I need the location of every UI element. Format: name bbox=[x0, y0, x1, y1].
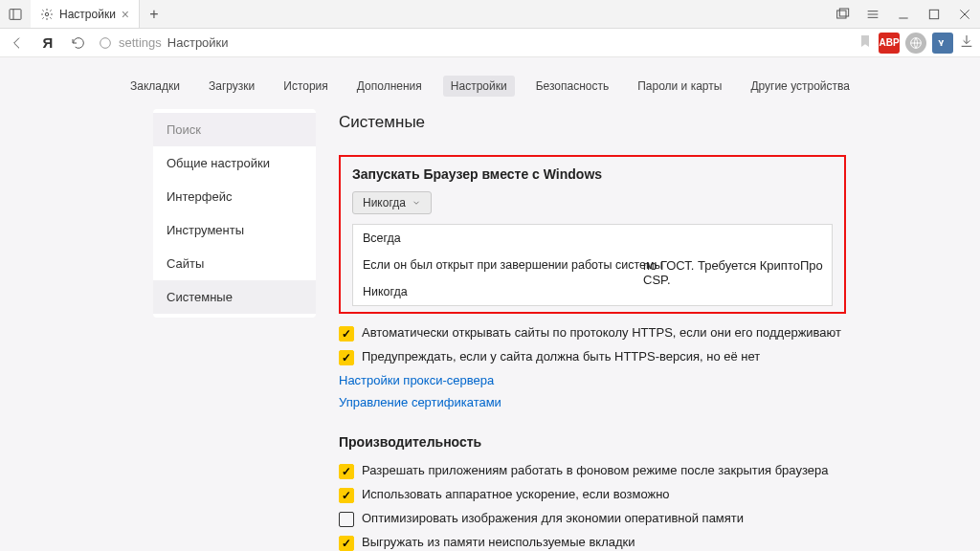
nav-bookmarks[interactable]: Закладки bbox=[122, 76, 188, 97]
checkbox-optimize-images[interactable]: Оптимизировать изображения для экономии … bbox=[339, 507, 846, 531]
checkbox-label: Оптимизировать изображения для экономии … bbox=[362, 511, 744, 525]
address-path: Настройки bbox=[167, 35, 229, 50]
chevron-down-icon bbox=[412, 198, 421, 208]
nav-passwords[interactable]: Пароли и карты bbox=[630, 76, 729, 97]
sidebar-item-sites[interactable]: Сайты bbox=[153, 247, 316, 280]
tab-close-button[interactable]: × bbox=[122, 7, 129, 22]
yandex-home-button[interactable]: Я bbox=[36, 32, 59, 55]
back-button[interactable] bbox=[6, 32, 29, 55]
window-controls bbox=[827, 0, 980, 28]
tab-title: Настройки bbox=[59, 8, 116, 21]
checkbox-label: Автоматически открывать сайты по протоко… bbox=[362, 325, 841, 340]
checkbox-icon bbox=[339, 350, 354, 365]
nav-devices[interactable]: Другие устройства bbox=[743, 76, 858, 97]
settings-sidebar: Поиск Общие настройки Интерфейс Инструме… bbox=[153, 109, 316, 318]
startup-option-always[interactable]: Всегда bbox=[353, 225, 832, 252]
svg-point-12 bbox=[100, 37, 111, 48]
settings-content: Системные Запускать Браузер вместе с Win… bbox=[339, 109, 846, 551]
gost-text-tail: по ГОСТ. Требуется КриптоПро CSP. bbox=[643, 258, 846, 287]
checkbox-icon bbox=[339, 464, 354, 479]
checkbox-unload-tabs[interactable]: Выгружать из памяти неиспользуемые вклад… bbox=[339, 531, 846, 551]
nav-security[interactable]: Безопасность bbox=[528, 76, 617, 97]
window-minimize-button[interactable] bbox=[888, 0, 919, 29]
downloads-icon[interactable] bbox=[959, 33, 974, 52]
address-scheme: settings bbox=[119, 35, 162, 50]
vk-extension-icon[interactable] bbox=[932, 33, 953, 54]
sidebar-toggle-icon[interactable] bbox=[0, 0, 31, 28]
checkbox-icon bbox=[339, 488, 354, 503]
nav-settings[interactable]: Настройки bbox=[443, 76, 515, 97]
sidebar-item-interface[interactable]: Интерфейс bbox=[153, 180, 316, 213]
checkbox-https-warn[interactable]: Предупреждать, если у сайта должна быть … bbox=[339, 345, 846, 369]
performance-heading: Производительность bbox=[339, 434, 846, 450]
svg-point-2 bbox=[45, 12, 49, 16]
checkbox-icon bbox=[339, 536, 354, 551]
startup-highlight-box: Запускать Браузер вместе с Windows Никог… bbox=[339, 155, 846, 314]
nav-downloads[interactable]: Загрузки bbox=[201, 76, 262, 97]
startup-select[interactable]: Никогда bbox=[352, 191, 432, 214]
sidebar-search[interactable]: Поиск bbox=[153, 113, 316, 146]
window-titlebar: Настройки × + bbox=[0, 0, 980, 29]
lock-icon bbox=[98, 35, 113, 51]
sidebar-item-tools[interactable]: Инструменты bbox=[153, 213, 316, 247]
gear-icon bbox=[40, 8, 54, 21]
svg-rect-3 bbox=[837, 11, 846, 18]
checkbox-icon bbox=[339, 512, 354, 527]
checkbox-bg-apps[interactable]: Разрешать приложениям работать в фоновом… bbox=[339, 459, 846, 483]
sidebar-item-general[interactable]: Общие настройки bbox=[153, 146, 316, 180]
menu-icon[interactable] bbox=[858, 0, 888, 29]
svg-rect-9 bbox=[929, 10, 938, 18]
settings-top-nav: Закладки Загрузки История Дополнения Нас… bbox=[0, 71, 980, 101]
tab-preview-icon[interactable] bbox=[827, 0, 858, 29]
new-tab-button[interactable]: + bbox=[140, 0, 168, 28]
checkbox-https-auto[interactable]: Автоматически открывать сайты по протоко… bbox=[339, 321, 846, 345]
checkbox-label: Использовать аппаратное ускорение, если … bbox=[362, 487, 670, 501]
browser-tab[interactable]: Настройки × bbox=[31, 0, 140, 28]
abp-extension-icon[interactable]: ABP bbox=[879, 33, 900, 54]
checkbox-label: Выгружать из памяти неиспользуемые вклад… bbox=[362, 535, 635, 549]
nav-addons[interactable]: Дополнения bbox=[349, 76, 430, 97]
window-maximize-button[interactable] bbox=[919, 0, 949, 29]
globe-extension-icon[interactable] bbox=[905, 33, 926, 54]
bookmark-icon[interactable] bbox=[858, 33, 873, 52]
sidebar-item-system[interactable]: Системные bbox=[153, 280, 316, 314]
nav-history[interactable]: История bbox=[276, 76, 336, 97]
startup-select-value: Никогда bbox=[363, 196, 406, 209]
link-cert-management[interactable]: Управление сертификатами bbox=[339, 391, 846, 413]
startup-heading: Запускать Браузер вместе с Windows bbox=[341, 166, 844, 191]
section-title: Системные bbox=[339, 113, 846, 132]
reload-button[interactable] bbox=[67, 32, 90, 55]
svg-rect-0 bbox=[10, 9, 21, 19]
address-bar[interactable]: settings Настройки bbox=[98, 35, 229, 51]
browser-toolbar: Я settings Настройки ABP bbox=[0, 29, 980, 57]
checkbox-icon bbox=[339, 326, 354, 342]
link-proxy-settings[interactable]: Настройки прокси-сервера bbox=[339, 369, 846, 391]
svg-rect-4 bbox=[839, 9, 848, 16]
checkbox-label: Предупреждать, если у сайта должна быть … bbox=[362, 349, 760, 364]
checkbox-hw-accel[interactable]: Использовать аппаратное ускорение, если … bbox=[339, 483, 846, 507]
window-close-button[interactable] bbox=[949, 0, 980, 29]
checkbox-label: Разрешать приложениям работать в фоновом… bbox=[362, 463, 828, 477]
